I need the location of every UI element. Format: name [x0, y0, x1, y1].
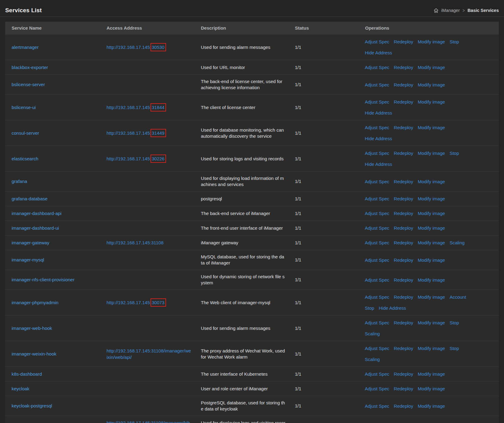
home-icon[interactable]: [433, 8, 439, 13]
op-modify-image-link[interactable]: Modify image: [418, 38, 445, 45]
service-name-link[interactable]: imanager-web-hook: [12, 326, 52, 331]
op-modify-image-link[interactable]: Modify image: [418, 345, 445, 352]
op-modify-image-link[interactable]: Modify image: [418, 403, 445, 410]
op-redeploy-link[interactable]: Redeploy: [394, 210, 413, 217]
op-stop-link[interactable]: Stop: [450, 345, 459, 352]
service-name-link[interactable]: bslicense-server: [12, 82, 45, 87]
op-modify-image-link[interactable]: Modify image: [418, 81, 445, 88]
op-redeploy-link[interactable]: Redeploy: [394, 178, 413, 185]
op-redeploy-link[interactable]: Redeploy: [394, 385, 413, 392]
service-name-link[interactable]: imanager-phpmyadmin: [12, 300, 58, 305]
op-modify-image-link[interactable]: Modify image: [418, 210, 445, 217]
op-modify-image-link[interactable]: Modify image: [418, 294, 445, 301]
access-address-link[interactable]: http://192.168.17.145:31108: [107, 240, 164, 245]
op-redeploy-link[interactable]: Redeploy: [394, 38, 413, 45]
op-modify-image-link[interactable]: Modify image: [418, 124, 445, 131]
op-redeploy-link[interactable]: Redeploy: [394, 224, 413, 232]
op-modify-image-link[interactable]: Modify image: [418, 385, 445, 392]
op-adjust-spec-link[interactable]: Adjust Spec: [365, 64, 389, 71]
service-name-link[interactable]: imanager-dashboard-ui: [12, 225, 59, 231]
service-name-link[interactable]: imanager-mysql: [12, 257, 44, 262]
op-adjust-spec-link[interactable]: Adjust Spec: [365, 370, 389, 377]
op-modify-image-link[interactable]: Modify image: [418, 64, 445, 71]
op-modify-image-link[interactable]: Modify image: [418, 224, 445, 232]
op-adjust-spec-link[interactable]: Adjust Spec: [365, 210, 389, 217]
op-redeploy-link[interactable]: Redeploy: [394, 239, 413, 246]
op-adjust-spec-link[interactable]: Adjust Spec: [365, 98, 389, 105]
op-modify-image-link[interactable]: Modify image: [418, 239, 445, 246]
op-adjust-spec-link[interactable]: Adjust Spec: [365, 178, 389, 185]
op-modify-image-link[interactable]: Modify image: [418, 276, 445, 283]
op-adjust-spec-link[interactable]: Adjust Spec: [365, 224, 389, 232]
service-name-link[interactable]: grafana-database: [12, 196, 48, 201]
service-name-link[interactable]: keycloak: [12, 386, 29, 391]
access-address-link[interactable]: http://192.168.17.145:31108/manager/kiba…: [107, 420, 190, 423]
op-redeploy-link[interactable]: Redeploy: [394, 124, 413, 131]
access-address-link[interactable]: http://192.168.17.145:30073: [107, 300, 166, 305]
op-modify-image-link[interactable]: Modify image: [418, 257, 445, 264]
op-hide-address-link[interactable]: Hide Address: [365, 161, 392, 168]
op-stop-link[interactable]: Stop: [450, 150, 459, 157]
service-name-link[interactable]: bslicense-ui: [12, 105, 36, 110]
op-hide-address-link[interactable]: Hide Address: [379, 304, 406, 312]
op-modify-image-link[interactable]: Modify image: [418, 98, 445, 105]
op-redeploy-link[interactable]: Redeploy: [394, 370, 413, 377]
op-modify-image-link[interactable]: Modify image: [418, 150, 445, 157]
op-stop-link[interactable]: Stop: [365, 304, 374, 312]
op-adjust-spec-link[interactable]: Adjust Spec: [365, 195, 389, 202]
op-adjust-spec-link[interactable]: Adjust Spec: [365, 257, 389, 264]
op-adjust-spec-link[interactable]: Adjust Spec: [365, 81, 389, 88]
service-name-link[interactable]: elasticsearch: [12, 156, 38, 161]
breadcrumb-item-basic-services[interactable]: Basic Services: [468, 8, 499, 13]
op-adjust-spec-link[interactable]: Adjust Spec: [365, 345, 389, 352]
service-name-link[interactable]: blackbox-exporter: [12, 65, 48, 70]
op-redeploy-link[interactable]: Redeploy: [394, 98, 413, 105]
access-address-link[interactable]: http://192.168.17.145:31449: [107, 130, 166, 136]
op-hide-address-link[interactable]: Hide Address: [365, 49, 392, 56]
op-scaling-link[interactable]: Scaling: [365, 330, 380, 337]
op-redeploy-link[interactable]: Redeploy: [394, 276, 413, 283]
op-adjust-spec-link[interactable]: Adjust Spec: [365, 385, 389, 392]
op-redeploy-link[interactable]: Redeploy: [394, 319, 413, 326]
op-redeploy-link[interactable]: Redeploy: [394, 257, 413, 264]
op-stop-link[interactable]: Stop: [450, 38, 459, 45]
op-hide-address-link[interactable]: Hide Address: [365, 135, 392, 142]
op-stop-link[interactable]: Stop: [450, 319, 459, 326]
service-name-link[interactable]: imanager-dashboard-api: [12, 211, 61, 216]
access-address-link[interactable]: http://192.168.17.145:30226: [107, 156, 166, 161]
service-name-link[interactable]: consul-server: [12, 130, 39, 136]
op-adjust-spec-link[interactable]: Adjust Spec: [365, 294, 389, 301]
access-address-link[interactable]: http://192.168.17.145:31844: [107, 105, 166, 110]
op-redeploy-link[interactable]: Redeploy: [394, 81, 413, 88]
service-name-link[interactable]: imanager-nfs-client-provisioner: [12, 277, 74, 282]
op-adjust-spec-link[interactable]: Adjust Spec: [365, 276, 389, 283]
op-modify-image-link[interactable]: Modify image: [418, 370, 445, 377]
op-redeploy-link[interactable]: Redeploy: [394, 64, 413, 71]
op-adjust-spec-link[interactable]: Adjust Spec: [365, 319, 389, 326]
service-name-link[interactable]: imanager-gateway: [12, 240, 49, 245]
op-modify-image-link[interactable]: Modify image: [418, 319, 445, 326]
op-adjust-spec-link[interactable]: Adjust Spec: [365, 403, 389, 410]
op-scaling-link[interactable]: Scaling: [365, 356, 380, 363]
access-address-link[interactable]: http://192.168.17.145:30530: [107, 45, 166, 50]
op-hide-address-link[interactable]: Hide Address: [365, 109, 392, 116]
service-name-link[interactable]: alertmanager: [12, 45, 38, 50]
op-redeploy-link[interactable]: Redeploy: [394, 403, 413, 410]
service-name-link[interactable]: imanager-weixin-hook: [12, 351, 56, 356]
op-modify-image-link[interactable]: Modify image: [418, 195, 445, 202]
breadcrumb-item-imanager[interactable]: iManager: [441, 8, 460, 13]
op-redeploy-link[interactable]: Redeploy: [394, 345, 413, 352]
op-redeploy-link[interactable]: Redeploy: [394, 294, 413, 301]
op-modify-image-link[interactable]: Modify image: [418, 178, 445, 185]
service-name-link[interactable]: k8s-dashboard: [12, 371, 42, 377]
op-account-link[interactable]: Account: [450, 294, 466, 301]
op-scaling-link[interactable]: Scaling: [450, 239, 465, 246]
service-name-link[interactable]: grafana: [12, 179, 27, 184]
op-redeploy-link[interactable]: Redeploy: [394, 150, 413, 157]
op-adjust-spec-link[interactable]: Adjust Spec: [365, 124, 389, 131]
op-redeploy-link[interactable]: Redeploy: [394, 195, 413, 202]
op-adjust-spec-link[interactable]: Adjust Spec: [365, 239, 389, 246]
op-adjust-spec-link[interactable]: Adjust Spec: [365, 38, 389, 45]
op-adjust-spec-link[interactable]: Adjust Spec: [365, 150, 389, 157]
service-name-link[interactable]: keycloak-postgresql: [12, 403, 52, 408]
